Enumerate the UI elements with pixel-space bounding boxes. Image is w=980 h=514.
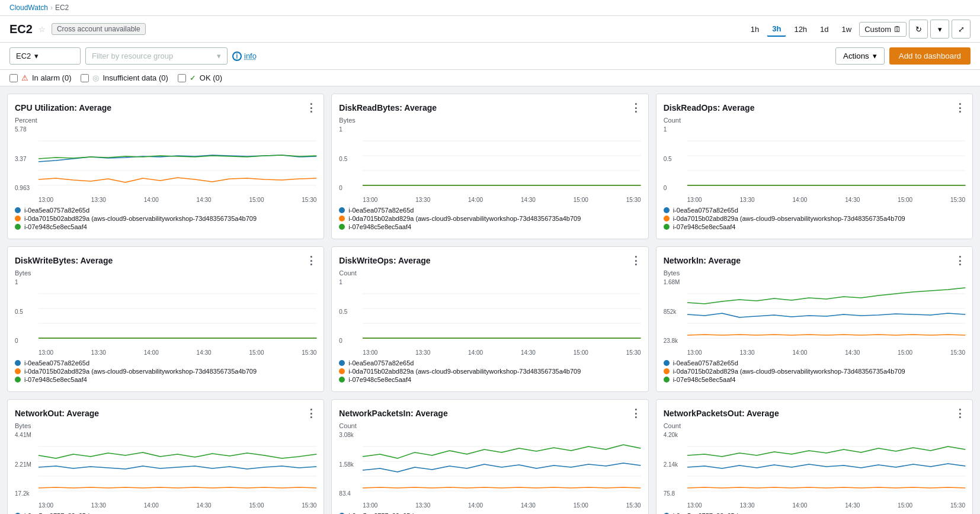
chart-menu-diskwriteops[interactable]: ⋮ [630,254,641,267]
chart-plot-networkpacketsout [687,432,965,497]
refresh-button[interactable]: ↻ [909,20,928,38]
chart-card-networkout: NetworkOut: Average ⋮ Bytes4.41M2.21M17.… [7,399,324,514]
star-icon[interactable]: ☆ [39,25,46,34]
breadcrumb: CloudWatch › EC2 [9,4,69,12]
legend-dot [15,360,21,366]
legend-item: i-0ea5ea0757a82e65d [664,207,965,214]
legend-item: i-07e948c5e8ec5aaf4 [15,223,316,230]
chart-plot-diskwriteops [363,279,640,344]
ec2-dropdown[interactable]: EC2 ▾ [9,47,81,65]
chart-unit-diskwritebytes: Bytes [15,269,316,277]
chart-menu-diskreadops[interactable]: ⋮ [955,101,965,114]
x-axis-networkpacketsout: 13:0013:3014:0014:3015:0015:30 [687,502,965,509]
legend-dot [15,207,21,213]
time-1h[interactable]: 1h [745,22,764,37]
legend-dot [15,224,21,230]
resource-group-placeholder: Filter by resource group [92,52,173,60]
legend-text: i-0da7015b02abd829a (aws-cloud9-observab… [24,215,257,222]
x-axis-networkpacketsin: 13:0013:3014:0014:3015:0015:30 [363,502,640,509]
expand-button[interactable]: ⤢ [952,20,971,38]
legend-text: i-0da7015b02abd829a (aws-cloud9-observab… [673,215,905,222]
breadcrumb-ec2: EC2 [55,4,69,12]
y-axis-networkout: 4.41M2.21M17.2k [15,432,39,497]
legend-item: i-0ea5ea0757a82e65d [15,207,316,214]
chart-plot-networkout [39,432,316,497]
chart-title-diskwriteops: DiskWriteOps: Average [339,256,430,265]
chart-menu-diskreadbytes[interactable]: ⋮ [630,101,641,114]
chart-area-networkout: 4.41M2.21M17.2k13:0013:3014:0014:3015:00… [15,432,316,509]
time-12h[interactable]: 12h [789,22,812,37]
chart-menu-cpu[interactable]: ⋮ [306,101,316,114]
legend-text: i-0ea5ea0757a82e65d [24,207,89,214]
time-dropdown-button[interactable]: ▾ [930,20,949,38]
y-axis-networkin: 1.68M852k23.8k [664,279,687,344]
time-1d[interactable]: 1d [815,22,834,37]
alarm-item-in-alarm: ⚠ In alarm (0) [9,73,71,82]
header: CloudWatch › EC2 [0,0,980,16]
legend-dot [664,368,670,374]
chart-menu-networkin[interactable]: ⋮ [955,254,965,267]
info-link[interactable]: i info [232,52,257,61]
chart-area-networkin: 1.68M852k23.8k13:0013:3014:0014:3015:001… [664,279,965,356]
chart-title-networkpacketsout: NetworkPacketsOut: Average [664,409,779,418]
ok-icon: ✓ [190,73,196,82]
add-to-dashboard-button[interactable]: Add to dashboard [889,47,971,65]
time-custom[interactable]: Custom 🗓 [859,22,907,37]
x-axis-networkout: 13:0013:3014:0014:3015:0015:30 [39,502,316,509]
x-axis-diskreadbytes: 13:0013:3014:0014:3015:0015:30 [363,197,640,203]
alarm-item-insufficient: ◎ Insufficient data (0) [81,73,168,82]
filter-bar: EC2 ▾ Filter by resource group ▾ i info … [0,43,980,70]
chart-card-networkpacketsout: NetworkPacketsOut: Average ⋮ Count4.20k2… [656,399,973,514]
chart-menu-diskwritebytes[interactable]: ⋮ [306,254,316,267]
x-axis-diskwritebytes: 13:0013:3014:0014:3015:0015:30 [39,349,316,356]
chart-menu-networkout[interactable]: ⋮ [306,407,316,420]
chart-title-diskreadops: DiskReadOps: Average [664,103,755,113]
alarm-item-ok: ✓ OK (0) [178,73,222,82]
chart-legend-diskwritebytes: i-0ea5ea0757a82e65di-0da7015b02abd829a (… [15,359,316,383]
chart-card-cpu: CPU Utilization: Average ⋮ Percent5.783.… [7,94,324,239]
time-3h[interactable]: 3h [767,21,786,37]
ec2-dropdown-chevron: ▾ [34,52,39,60]
legend-item: i-0ea5ea0757a82e65d [664,359,965,367]
legend-item: i-0da7015b02abd829a (aws-cloud9-observab… [664,215,965,222]
legend-text: i-0ea5ea0757a82e65d [348,359,414,367]
legend-text: i-07e948c5e8ec5aaf4 [673,223,736,230]
chart-unit-networkout: Bytes [15,422,316,429]
chart-title-cpu: CPU Utilization: Average [15,103,111,113]
chart-legend-diskreadops: i-0ea5ea0757a82e65di-0da7015b02abd829a (… [664,207,965,230]
x-axis-diskreadops: 13:0013:3014:0014:3015:0015:30 [687,197,965,203]
legend-dot [339,207,345,213]
legend-dot [339,360,345,366]
info-alarm-icon: ◎ [92,73,99,82]
breadcrumb-separator: › [50,4,53,12]
chart-title-networkin: NetworkIn: Average [664,256,741,265]
y-axis-diskwriteops: 10.50 [339,279,363,344]
chart-area-diskreadbytes: 10.5013:0013:3014:0014:3015:0015:30 [339,126,640,203]
legend-text: i-0ea5ea0757a82e65d [673,359,738,367]
resource-group-filter[interactable]: Filter by resource group ▾ [85,47,228,65]
chart-area-networkpacketsin: 3.08k1.58k83.413:0013:3014:0014:3015:001… [339,432,640,509]
x-axis-networkin: 13:0013:3014:0014:3015:0015:30 [687,349,965,356]
actions-button[interactable]: Actions ▾ [835,47,885,65]
in-alarm-checkbox[interactable] [9,74,18,82]
chart-card-networkin: NetworkIn: Average ⋮ Bytes1.68M852k23.8k… [656,246,973,392]
chart-title-networkpacketsin: NetworkPacketsIn: Average [339,409,447,418]
legend-item: i-0ea5ea0757a82e65d [15,359,316,367]
toolbar-actions: Actions ▾ Add to dashboard [835,47,971,65]
legend-dot [664,360,670,366]
chart-unit-cpu: Percent [15,117,316,124]
chart-legend-networkin: i-0ea5ea0757a82e65di-0da7015b02abd829a (… [664,359,965,383]
legend-item: i-0da7015b02abd829a (aws-cloud9-observab… [15,368,316,375]
insufficient-data-checkbox[interactable] [81,74,89,82]
chart-card-diskreadops: DiskReadOps: Average ⋮ Count10.5013:0013… [656,94,973,239]
chart-unit-networkin: Bytes [664,269,965,277]
breadcrumb-cloudwatch[interactable]: CloudWatch [9,4,48,12]
chart-unit-diskreadbytes: Bytes [339,117,640,124]
in-alarm-label: In alarm (0) [32,73,71,82]
time-1w[interactable]: 1w [837,22,857,37]
chart-menu-networkpacketsin[interactable]: ⋮ [630,407,641,420]
ok-checkbox[interactable] [178,74,186,82]
chart-area-diskreadops: 10.5013:0013:3014:0014:3015:0015:30 [664,126,965,203]
legend-item: i-07e948c5e8ec5aaf4 [664,376,965,383]
chart-menu-networkpacketsout[interactable]: ⋮ [955,407,965,420]
